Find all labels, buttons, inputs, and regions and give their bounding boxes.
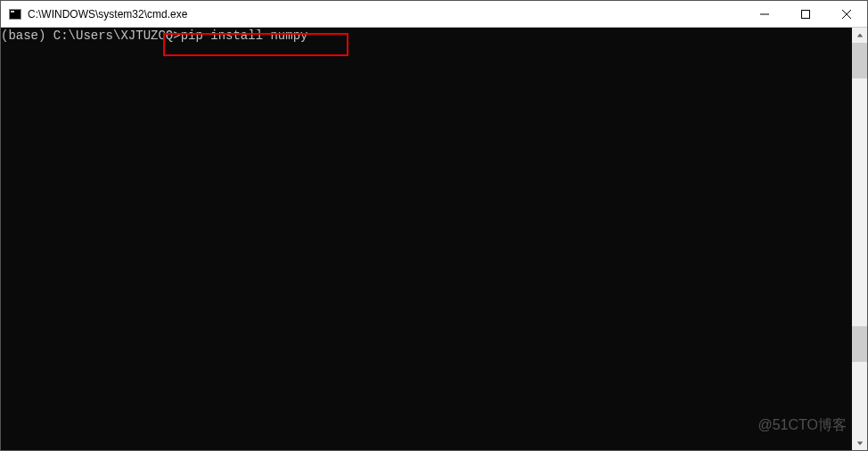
command-text: pip install numpy [181,29,308,43]
titlebar[interactable]: C:\WINDOWS\system32\cmd.exe [1,1,867,28]
window-controls [744,1,867,27]
terminal-container: (base) C:\Users\XJTUZCQ>pip install nump… [1,28,867,450]
close-button[interactable] [826,1,867,27]
svg-rect-1 [802,10,810,18]
vertical-scrollbar[interactable] [852,28,867,450]
scroll-thumb[interactable] [852,326,867,362]
svg-marker-5 [856,441,862,445]
terminal[interactable]: (base) C:\Users\XJTUZCQ>pip install nump… [1,28,852,450]
window-title: C:\WINDOWS\system32\cmd.exe [28,8,744,20]
scroll-down-button[interactable] [852,435,867,450]
scroll-up-button[interactable] [852,28,867,43]
scroll-track[interactable] [852,43,867,435]
scroll-thumb[interactable] [852,43,867,78]
terminal-line: (base) C:\Users\XJTUZCQ>pip install nump… [1,28,852,44]
cmd-window: C:\WINDOWS\system32\cmd.exe (base) C:\Us… [0,0,868,451]
svg-marker-4 [856,33,862,37]
prompt: (base) C:\Users\XJTUZCQ> [1,29,181,43]
minimize-button[interactable] [744,1,785,27]
cmd-icon [8,7,22,21]
maximize-button[interactable] [785,1,826,27]
